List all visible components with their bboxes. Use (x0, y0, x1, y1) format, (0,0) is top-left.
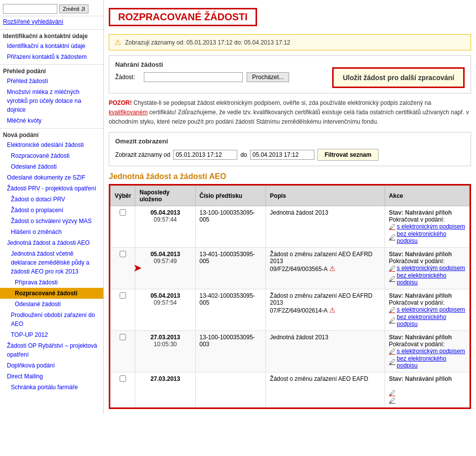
sidebar-item-topup[interactable]: TOP-UP 2012 (0, 329, 103, 340)
filter-button[interactable]: Filtrovat seznam (317, 149, 379, 161)
save-zadost-button[interactable]: Uložit žádost pro další zpracování (332, 67, 465, 88)
col-popis: Popis (266, 185, 385, 206)
id-input[interactable]: 1000353095 (3, 4, 57, 14)
rozsirenehledani-link[interactable]: Rozšířené vyhledávání (0, 16, 103, 27)
link-bez-podpisu[interactable]: 🖊 bez elektronického podpisu (389, 314, 465, 327)
sidebar-item-prv-proplaceni[interactable]: Žádost o proplacení (0, 205, 103, 216)
table-row: ➤05.04.201309:57:4913-401-1000353095-005… (111, 247, 470, 289)
sidebar-item-priprava[interactable]: Příprava žádosti (0, 277, 103, 288)
sidebar-item-rozpracovane-active[interactable]: Rozpracované žádosti (0, 288, 103, 299)
section-header-identifikace: Identifikační a kontaktní údaje (0, 29, 103, 41)
sign2-icon: 🖊 (389, 233, 395, 241)
sidebar-item-prodlouzeni[interactable]: Prodloužení období zařazení do AEO (0, 310, 103, 329)
sidebar-item-jednotna-aeo[interactable]: Jednotná žádost a žádosti AEO (0, 237, 103, 248)
sign-icon: 🖊 (389, 389, 395, 397)
link-s-podpisem-text[interactable]: s elektronickým podpisem (397, 306, 465, 313)
row-checkbox[interactable] (120, 375, 126, 382)
upload-section: Nahrání žádosti Žádost: Procházet... Ulo… (109, 55, 471, 93)
table-row-date: 27.03.2013 (135, 372, 195, 407)
sidebar-item-odeslane-2[interactable]: Odeslané žádosti (0, 299, 103, 310)
sidebar-item-identifikace[interactable]: Identifikační a kontaktní údaje (0, 41, 103, 51)
upload-input[interactable] (144, 72, 243, 82)
row-checkbox[interactable] (120, 209, 126, 216)
row-checkbox[interactable] (120, 292, 126, 299)
link-bez-podpisu-text[interactable]: bez elektronického podpisu (397, 355, 465, 369)
sidebar-item-prirazeni[interactable]: Přiřazení kontaktů k žádostem (0, 51, 103, 62)
sidebar-item-odeslane-1[interactable]: Odeslané žádosti (0, 161, 103, 172)
table-row-checkbox-cell (111, 372, 135, 407)
link-bez-podpisu[interactable]: 🖊 bez elektronického podpisu (389, 355, 465, 369)
section-header-prehled: Přehled podání (0, 64, 103, 76)
pokracovat-label: Pokračovat v podání: (389, 216, 445, 223)
sidebar-item-hlaseni[interactable]: Hlášení o změnách (0, 227, 103, 237)
table-row-checkbox-cell (111, 206, 135, 247)
filter-from-input[interactable] (173, 150, 237, 160)
sidebar-item-rozpracovane-1[interactable]: Rozpracované žádosti (0, 150, 103, 161)
filter-to-input[interactable] (250, 150, 314, 160)
id-box: 1000353095 Změnit JI (0, 2, 103, 16)
table-row: 05.04.201309:57:5413-402-1000353095-005Ž… (111, 289, 470, 330)
link-bez-podpisu-text[interactable]: bez elektronického podpisu (397, 314, 465, 327)
akce-stav: Stav: Nahrávání příloh (389, 292, 452, 299)
table-row-popis: Jednotná žádost 2013 (266, 206, 385, 247)
col-akce: Akce (385, 185, 469, 206)
date-time: 10:05:30 (154, 341, 177, 348)
table-row-cislo: 13-401-1000353095-005 (195, 247, 266, 289)
col-naposledy: Naposledy uloženo (135, 185, 195, 206)
pozor-box: POZOR! Chystáte-li se podepsat žádost el… (109, 98, 471, 127)
pozor-text2: certifikátu! Zdůrazňujeme, že vedle tzv.… (109, 109, 469, 125)
link-bez-podpisu-text[interactable]: bez elektronického podpisu (397, 272, 465, 286)
sidebar-item-prv-mas[interactable]: Žádost o schválení výzvy MAS (0, 216, 103, 227)
link-s-podpisem-text[interactable]: s elektronickým podpisem (397, 223, 465, 230)
link-bez-podpisu[interactable]: 🖊 bez elektronického podpisu (389, 272, 465, 286)
link-s-podpisem[interactable]: 🖊 s elektronickým podpisem (389, 306, 465, 314)
link-s-podpisem[interactable]: 🖊 s elektronickým podpisem (389, 265, 465, 272)
sidebar-item-jednotna-2013[interactable]: Jednotná žádost včetně deklarace zeměděl… (0, 248, 103, 277)
table-row: 05.04.201309:57:4413-100-1000353095-005J… (111, 206, 470, 247)
col-vybr: Výběr (111, 185, 135, 206)
link-s-podpisem[interactable]: 🖊 (389, 389, 465, 397)
popis-extra: 07/F2Z/649/002614-A (270, 307, 327, 314)
akce-stav: Stav: Nahrávání příloh (389, 251, 452, 258)
sign-icon: 🖊 (389, 348, 395, 355)
date-time: 09:57:49 (154, 258, 177, 265)
akce-stav: Stav: Nahrávání příloh (389, 375, 452, 382)
browse-button[interactable]: Procházet... (247, 72, 289, 82)
sidebar-item-prehled-zadosti[interactable]: Přehled žádostí (0, 76, 103, 87)
pokracovat-label: Pokračovat v podání: (389, 258, 445, 265)
pokracovat-label: Pokračovat v podání: (389, 341, 445, 348)
sign2-icon: 🖊 (389, 358, 395, 365)
row-checkbox[interactable] (120, 334, 126, 340)
sidebar-item-prv[interactable]: Žádosti PRV - projektová opatření (0, 183, 103, 194)
table-row-cislo: 13-100-1000353095-005 (195, 206, 266, 247)
warn-icon-small: ⚠ (329, 306, 336, 314)
link-bez-podpisu-text[interactable]: bez elektronického podpisu (397, 230, 465, 244)
sidebar-item-doplnkova[interactable]: Doplňková podání (0, 360, 103, 371)
change-id-button[interactable]: Změnit JI (59, 4, 88, 13)
warn-icon-small: ⚠ (329, 265, 336, 273)
link-s-podpisem-text[interactable]: s elektronickým podpisem (397, 348, 465, 355)
sidebar-item-prv-dotace[interactable]: Žádost o dotaci PRV (0, 194, 103, 205)
section-header-nova-podani: Nová podání (0, 128, 103, 139)
link-s-podpisem[interactable]: 🖊 s elektronickým podpisem (389, 348, 465, 355)
sidebar-item-mlecne[interactable]: Mléčné kvóty (0, 115, 103, 126)
sign-icon: 🖊 (389, 306, 395, 314)
row-checkbox[interactable] (120, 251, 126, 257)
table-row-date: 05.04.201309:57:49 (135, 247, 195, 289)
pozor-link[interactable]: kvalifikovaném (109, 109, 148, 116)
link-s-podpisem[interactable]: 🖊 s elektronickým podpisem (389, 223, 465, 230)
col-cislo: Číslo předtisku (195, 185, 266, 206)
link-bez-podpisu[interactable]: 🖊 (389, 397, 465, 404)
sidebar-item-mleko[interactable]: Množství mléka z mléčných výrobků pro úč… (0, 87, 103, 115)
sidebar-item-elektronicke[interactable]: Elektronické odeslání žádosti (0, 139, 103, 150)
sidebar-item-rybari[interactable]: Žádosti OP Rybářství – projektová opatře… (0, 340, 103, 360)
sidebar-item-schranka[interactable]: Schránka portálu farmáře (0, 382, 103, 393)
table-row-checkbox-cell: ➤ (111, 247, 135, 289)
filter-from-label: Zobrazit záznamy od (115, 151, 170, 158)
link-s-podpisem-text[interactable]: s elektronickým podpisem (397, 265, 465, 272)
sidebar-item-odeslane-dokumenty[interactable]: Odeslané dokumenty ze SZIF (0, 172, 103, 183)
link-bez-podpisu[interactable]: 🖊 bez elektronického podpisu (389, 230, 465, 244)
table-wrapper: Výběr Naposledy uloženo Číslo předtisku … (109, 184, 471, 409)
sidebar-item-direct-mailing[interactable]: Direct Mailing (0, 371, 103, 382)
upload-row: Žádost: Procházet... (115, 72, 289, 82)
